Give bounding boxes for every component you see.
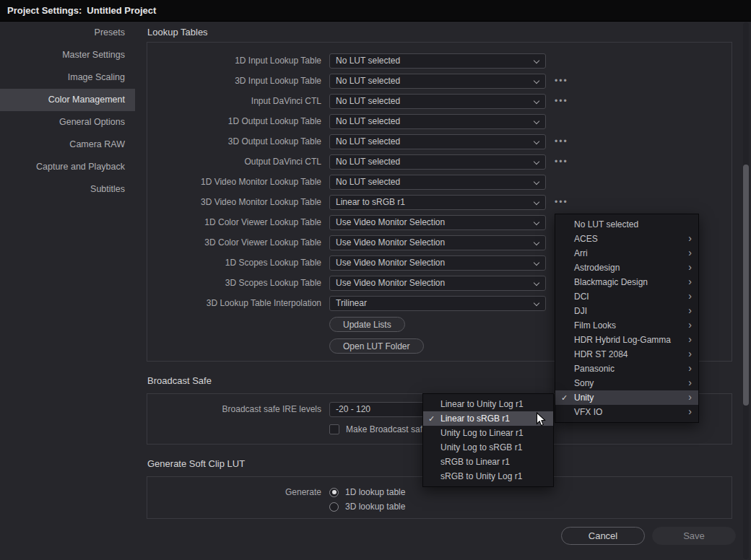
- submenu-arrow-icon: ›: [688, 289, 692, 303]
- output-davinci-ctl-dropdown[interactable]: No LUT selected: [329, 154, 546, 170]
- scrollbar-thumb[interactable]: [743, 165, 749, 406]
- menu-item-label: Film Looks: [574, 320, 616, 331]
- save-button[interactable]: Save: [652, 527, 736, 545]
- menu-item-aces[interactable]: ACES›: [555, 232, 698, 246]
- 1d-color-viewer-lut-dropdown[interactable]: Use Video Monitor Selection: [329, 215, 546, 230]
- submenu-item-srgb-to-unity-log[interactable]: sRGB to Unity Log r1: [423, 469, 553, 484]
- menu-item-dci[interactable]: DCI›: [555, 289, 698, 304]
- submenu-item-unity-log-to-srgb[interactable]: Unity Log to sRGB r1: [423, 440, 553, 455]
- menu-item-label: Blackmagic Design: [574, 277, 648, 287]
- submenu-arrow-icon: ›: [688, 376, 692, 390]
- more-options-button[interactable]: •••: [555, 197, 568, 207]
- menu-item-sony[interactable]: Sony›: [555, 376, 698, 390]
- sidebar-item-master-settings[interactable]: Master Settings: [0, 44, 135, 66]
- menu-item-dji[interactable]: DJI›: [555, 304, 698, 318]
- setting-label: Input DaVinci CTL: [147, 96, 321, 106]
- sidebar-item-camera-raw[interactable]: Camera RAW: [0, 134, 135, 156]
- settings-sidebar: Presets Master Settings Image Scaling Co…: [0, 22, 135, 560]
- sidebar-item-subtitles[interactable]: Subtitles: [0, 178, 135, 201]
- dropdown-value: Linear to sRGB r1: [336, 197, 405, 207]
- submenu-arrow-icon: ›: [688, 304, 692, 318]
- setting-row-3d-output-lut: 3D Output Lookup Table No LUT selected •…: [147, 131, 732, 152]
- make-broadcast-safe-checkbox[interactable]: [329, 424, 339, 434]
- menu-item-unity[interactable]: ✓Unity›: [555, 390, 698, 405]
- 3d-input-lut-dropdown[interactable]: No LUT selected: [329, 74, 546, 89]
- submenu-item-srgb-to-linear[interactable]: sRGB to Linear r1: [423, 455, 553, 469]
- menu-item-label: Linear to Unity Log r1: [440, 399, 524, 409]
- project-settings-dialog: Project Settings: Untitled Project Prese…: [0, 0, 751, 560]
- submenu-arrow-icon: ›: [688, 362, 692, 375]
- update-lists-button[interactable]: Update Lists: [329, 317, 405, 332]
- more-options-button[interactable]: •••: [555, 136, 568, 146]
- setting-label: 1D Scopes Lookup Table: [147, 258, 321, 268]
- setting-label: 3D Output Lookup Table: [147, 136, 321, 146]
- broadcast-safe-header: Broadcast Safe: [147, 375, 212, 386]
- submenu-arrow-icon: ›: [688, 246, 692, 260]
- sidebar-item-color-management[interactable]: Color Management: [0, 89, 135, 111]
- submenu-item-linear-to-unity-log[interactable]: Linear to Unity Log r1: [423, 397, 553, 411]
- 1d-output-lut-dropdown[interactable]: No LUT selected: [329, 114, 546, 129]
- 3d-scopes-lut-dropdown[interactable]: Use Video Monitor Selection: [329, 276, 546, 291]
- radio-label: 1D lookup table: [345, 487, 405, 497]
- dropdown-value: Trilinear: [336, 298, 367, 308]
- menu-item-label: VFX IO: [574, 407, 602, 417]
- submenu-arrow-icon: ›: [688, 275, 692, 289]
- 3d-color-viewer-lut-dropdown[interactable]: Use Video Monitor Selection: [329, 235, 546, 250]
- open-lut-folder-button[interactable]: Open LUT Folder: [329, 338, 424, 354]
- menu-item-astrodesign[interactable]: Astrodesign›: [555, 261, 698, 275]
- menu-item-hdr-hybrid-log-gamma[interactable]: HDR Hybrid Log-Gamma›: [555, 333, 698, 347]
- radio-label: 3D lookup table: [345, 502, 405, 512]
- menu-item-label: Unity Log to Linear r1: [440, 428, 524, 438]
- more-options-button[interactable]: •••: [555, 76, 568, 86]
- 3d-video-monitor-lut-dropdown[interactable]: Linear to sRGB r1: [329, 195, 546, 210]
- setting-row-1d-video-monitor-lut: 1D Video Monitor Lookup Table No LUT sel…: [147, 172, 732, 192]
- chevron-down-icon: [534, 158, 539, 164]
- dropdown-value: No LUT selected: [336, 56, 400, 66]
- cancel-button[interactable]: Cancel: [561, 527, 645, 545]
- menu-item-film-looks[interactable]: Film Looks›: [555, 318, 698, 333]
- sidebar-item-presets[interactable]: Presets: [0, 22, 135, 44]
- more-options-button[interactable]: •••: [555, 96, 568, 106]
- menu-item-no-lut[interactable]: No LUT selected: [555, 217, 698, 232]
- 1d-input-lut-dropdown[interactable]: No LUT selected: [329, 53, 546, 69]
- menu-item-panasonic[interactable]: Panasonic›: [555, 362, 698, 376]
- submenu-item-linear-to-srgb[interactable]: ✓Linear to sRGB r1: [423, 411, 553, 426]
- sidebar-item-general-options[interactable]: General Options: [0, 111, 135, 134]
- dropdown-value: Use Video Monitor Selection: [336, 217, 445, 227]
- menu-item-hdr-st-2084[interactable]: HDR ST 2084›: [555, 347, 698, 362]
- chevron-down-icon: [534, 118, 539, 123]
- sidebar-item-image-scaling[interactable]: Image Scaling: [0, 66, 135, 89]
- menu-item-arri[interactable]: Arri›: [555, 246, 698, 261]
- 1d-video-monitor-lut-dropdown[interactable]: No LUT selected: [329, 175, 546, 190]
- submenu-arrow-icon: ›: [688, 405, 692, 419]
- setting-label: 3D Input Lookup Table: [147, 76, 321, 86]
- 1d-lookup-table-radio[interactable]: [329, 488, 339, 497]
- menu-item-label: ACES: [574, 234, 598, 244]
- dropdown-value: Use Video Monitor Selection: [336, 278, 445, 288]
- menu-item-vfx-io[interactable]: VFX IO›: [555, 405, 698, 419]
- input-davinci-ctl-dropdown[interactable]: No LUT selected: [329, 94, 546, 109]
- 3d-lut-interpolation-dropdown[interactable]: Trilinear: [329, 296, 546, 311]
- chevron-down-icon: [534, 198, 539, 204]
- dropdown-value: No LUT selected: [336, 177, 400, 187]
- dropdown-value: No LUT selected: [336, 136, 400, 146]
- chevron-down-icon: [534, 138, 539, 144]
- generate-label: Generate: [147, 485, 321, 499]
- setting-label: 1D Video Monitor Lookup Table: [147, 177, 321, 187]
- setting-row-input-davinci-ctl: Input DaVinci CTL No LUT selected •••: [147, 91, 732, 111]
- submenu-item-unity-log-to-linear[interactable]: Unity Log to Linear r1: [423, 426, 553, 440]
- menu-item-label: Astrodesign: [574, 263, 620, 273]
- menu-item-label: Arri: [574, 248, 588, 258]
- chevron-down-icon: [534, 178, 539, 184]
- menu-item-blackmagic-design[interactable]: Blackmagic Design›: [555, 275, 698, 289]
- chevron-down-icon: [534, 299, 539, 305]
- menu-item-label: Unity Log to sRGB r1: [440, 442, 522, 452]
- 3d-output-lut-dropdown[interactable]: No LUT selected: [329, 134, 546, 149]
- sidebar-item-capture-playback[interactable]: Capture and Playback: [0, 156, 135, 178]
- 1d-scopes-lut-dropdown[interactable]: Use Video Monitor Selection: [329, 255, 546, 271]
- 3d-lookup-table-radio[interactable]: [329, 502, 339, 512]
- more-options-button[interactable]: •••: [555, 157, 568, 167]
- menu-item-label: Sony: [574, 378, 594, 388]
- chevron-down-icon: [534, 77, 539, 83]
- submenu-arrow-icon: ›: [688, 333, 692, 346]
